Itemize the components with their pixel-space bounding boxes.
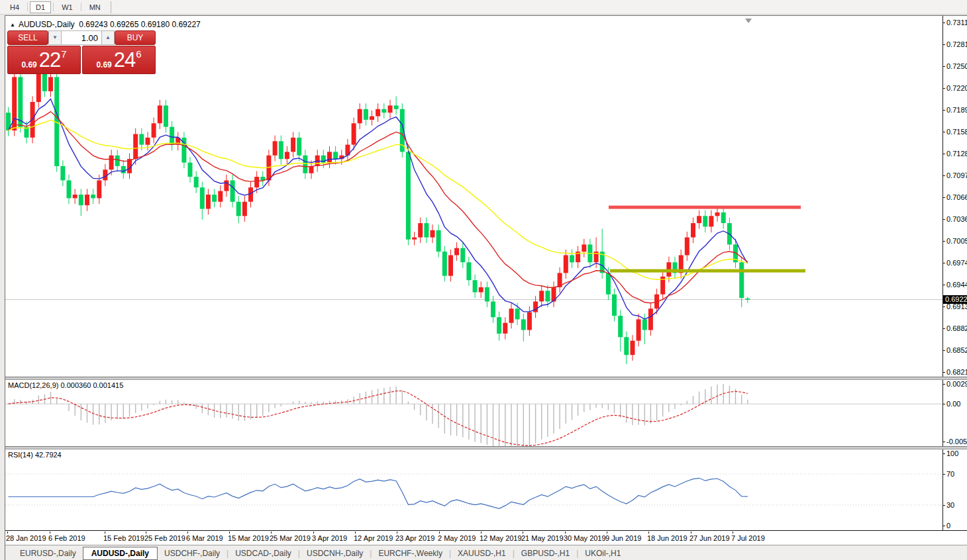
price-axis-label: 0.70360 [946,215,967,223]
volume-increase-button[interactable]: ▲ [101,30,115,45]
price-axis-label: 0.70665 [946,193,967,201]
axis-tick [943,44,945,45]
date-tick [607,532,607,534]
axis-tick [943,372,945,373]
axis-tick [943,132,945,132]
date-tick [397,532,397,534]
axis-tick [943,23,945,23]
timeframe-button-d1[interactable]: D1 [30,1,51,13]
toolbar-separator [53,3,54,11]
buy-price-box[interactable]: 0.69 24 6 [82,46,156,74]
date-tick [523,532,523,534]
chart-shift-marker-icon [745,19,752,23]
chart-tab-eurchf-weekly[interactable]: EURCHF-,Weekly [372,547,448,560]
date-axis-label: 15 Mar 2019 [228,534,269,542]
resistance-line[interactable] [609,206,801,209]
axis-tick [943,505,945,506]
axis-tick [943,263,945,263]
price-axis: 0.69227 0.731150.728100.725050.722000.71… [942,16,967,530]
chart-symbol-label: AUDUSD-,Daily [19,20,75,29]
date-axis-label: 21 May 2019 [521,534,564,542]
date-axis-label: 2 May 2019 [438,534,476,542]
chart-tab-usdcad-daily[interactable]: USDCAD-,Daily [229,547,298,560]
date-axis-label: 30 May 2019 [564,534,606,542]
sell-price-box[interactable]: 0.69 22 7 [7,46,81,74]
panel-splitter[interactable] [5,446,967,449]
date-tick [565,532,566,534]
date-tick [481,532,482,534]
date-tick [271,532,272,534]
macd-axis-label: -0.00525 [946,438,967,445]
sell-button[interactable]: SELL [7,30,48,45]
macd-axis-label: 0.002984 [946,380,967,388]
rsi-label: RSI(14) 42.7924 [8,451,62,459]
date-tick [313,532,314,534]
date-tick [439,532,440,534]
chart-title: ▲AUDUSD-,Daily 0.69243 0.69265 0.69180 0… [10,20,201,29]
volume-input[interactable]: 1.00 [62,30,101,45]
chart-tab-ukoil-h1[interactable]: UKOil-,H1 [578,547,627,560]
axis-tick [943,110,945,111]
macd-values: 0.000360 0.001415 [60,381,123,389]
macd-label: MACD(12,26,9) 0.000360 0.001415 [8,381,123,389]
macd-panel: MACD(12,26,9) 0.000360 0.001415 [5,380,942,446]
chart-tab-xauusd-h1[interactable]: XAUUSD-,H1 [451,547,513,560]
axis-tick [943,442,945,442]
timeframe-button-mn[interactable]: MN [83,1,107,13]
date-tick [146,532,146,534]
volume-decrease-button[interactable]: ▼ [48,30,62,45]
support-line[interactable] [610,269,805,273]
rsi-canvas [5,449,942,530]
axis-tick [943,453,945,454]
toolbar-separator [111,1,111,13]
buy-price-main: 24 [114,48,135,73]
date-axis-label: 7 Jul 2019 [731,534,765,542]
ma-line-8 [9,99,748,319]
chart-tab-audusd-daily[interactable]: AUDUSD-,Daily [83,547,158,560]
price-axis-label: 0.71890 [946,106,967,114]
axis-tick [943,88,945,89]
date-axis-label: 28 Jan 2019 [6,534,46,542]
current-price-tag: 0.69227 [943,295,967,304]
macd-histogram [9,384,748,446]
price-axis-label: 0.69440 [946,281,967,289]
axis-tick [943,175,945,176]
date-axis-label: 3 Apr 2019 [312,534,347,542]
price-axis-label: 0.71585 [946,128,967,136]
axis-tick [943,219,945,220]
panel-splitter[interactable] [5,377,967,380]
date-axis-label: 12 May 2019 [480,534,522,542]
timeframe-button-w1[interactable]: W1 [56,1,79,13]
chart-tab-eurusd-daily[interactable]: EURUSD-,Daily [13,547,83,560]
axis-tick [943,404,945,404]
date-tick [229,532,230,534]
date-tick [691,532,691,534]
axis-tick [943,350,945,351]
date-axis-label: 12 Apr 2019 [354,534,393,542]
date-tick [648,532,649,534]
trading-terminal: { "toolbar": { "buttons": [ {"label": "H… [0,0,967,560]
date-tick [355,532,356,534]
sell-price-main: 22 [39,48,60,73]
chart-window: ▲AUDUSD-,Daily 0.69243 0.69265 0.69180 0… [5,15,967,560]
axis-tick [943,285,945,285]
chart-tab-usdcnh-daily[interactable]: USDCNH-,Daily [300,547,370,560]
price-axis-label: 0.68210 [946,368,967,376]
macd-axis-label: 0.00 [946,400,960,408]
date-axis-label: 6 Mar 2019 [186,534,223,542]
toolbar-separator [27,3,28,11]
date-tick [733,532,733,534]
chart-tab-gbpusd-h1[interactable]: GBPUSD-,H1 [515,547,576,560]
buy-button[interactable]: BUY [115,30,156,45]
price-axis-label: 0.73115 [946,19,967,26]
chart-tab-usdchf-daily[interactable]: USDCHF-,Daily [158,547,227,560]
date-axis-label: 18 Jun 2019 [647,534,687,542]
rsi-value: 42.7924 [35,451,62,459]
timeframe-button-h4[interactable]: H4 [4,1,25,13]
date-axis-label: 25 Mar 2019 [270,534,311,542]
rsi-axis-label: 0 [946,522,950,530]
axis-tick [943,328,945,329]
price-panel: ▲AUDUSD-,Daily 0.69243 0.69265 0.69180 0… [5,16,942,377]
date-tick [50,532,50,534]
collapse-panel-icon[interactable]: ▲ [10,22,15,28]
